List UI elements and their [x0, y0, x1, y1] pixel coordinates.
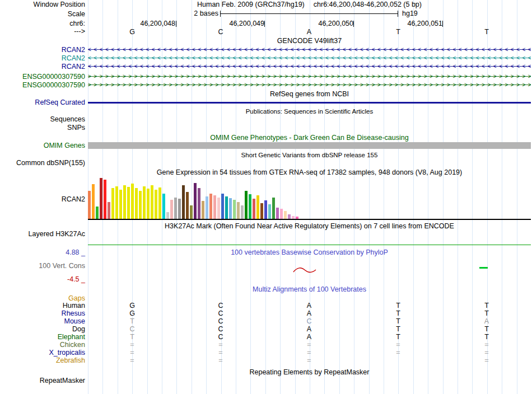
reference-base: A: [305, 28, 313, 36]
species-label-xtropicalis[interactable]: X_tropicalis: [0, 349, 85, 357]
reference-base: C: [217, 28, 225, 36]
gtex-tissue-bar: [233, 200, 236, 219]
gene-intron-arrows[interactable]: <<<<<<<<<<<<<<<<<<<<<<<<<<<<<<<<<<<<<<<<…: [88, 54, 531, 62]
window-position-label: Window Position: [0, 1, 85, 8]
gtex-tissue-bar: [280, 209, 283, 219]
gtex-tissue-bar: [284, 211, 287, 219]
alignment-base: C: [217, 309, 225, 317]
gene-intron-arrows[interactable]: <<<<<<<<<<<<<<<<<<<<<<<<<<<<<<<<<<<<<<<<…: [88, 46, 531, 53]
alignment-row-zebrafish: ====: [88, 357, 531, 364]
alignment-base: C: [217, 325, 225, 333]
gene-label-ensg[interactable]: ENSG00000307590: [0, 81, 85, 89]
gtex-tissue-bar: [151, 185, 153, 219]
alignment-base: T: [394, 333, 402, 341]
gene-intron-arrows[interactable]: >>>>>>>>>>>>>>>>>>>>>>>>>>>>>>>>>>>>>>>>…: [88, 81, 531, 88]
alignment-base: T: [394, 309, 402, 317]
track-title-refseq[interactable]: RefSeq genes from NCBI: [88, 90, 531, 98]
gtex-tissue-bar: [256, 195, 259, 219]
track-title-publications[interactable]: Publications: Sequences in Scientific Ar…: [88, 107, 531, 115]
scale-label: Scale: [0, 10, 85, 18]
species-label-elephant[interactable]: Elephant: [0, 333, 85, 341]
gtex-tissue-bar: [241, 205, 244, 219]
track-title-repeatmasker[interactable]: Repeating Elements by RepeatMasker: [88, 368, 531, 376]
gtex-tissue-bar: [225, 196, 228, 219]
gtex-expression-chart[interactable]: [88, 177, 298, 219]
gtex-tissue-bar: [155, 190, 157, 219]
track-label-sequences[interactable]: Sequences: [0, 115, 85, 123]
alignment-row-rhesus: GCATT: [88, 309, 531, 317]
alignment-base: =: [394, 349, 402, 357]
alignment-base: =: [217, 341, 225, 349]
gtex-tissue-bar: [268, 204, 271, 219]
alignment-base: =: [217, 349, 225, 357]
alignment-base: A: [305, 309, 313, 317]
species-label-mouse[interactable]: Mouse: [0, 317, 85, 325]
track-label-phylop[interactable]: 100 Vert. Cons: [0, 262, 85, 270]
alignment-base: T: [128, 317, 136, 325]
phylop-min-value: -4.5 _: [0, 275, 85, 283]
genome-browser-image: Window Position Human Feb. 2009 (GRCh37/…: [0, 0, 532, 394]
gtex-baseline: [88, 219, 531, 220]
gtex-tissue-bar: [104, 180, 106, 219]
track-label-repeatmasker[interactable]: RepeatMasker: [0, 377, 85, 384]
coordinate-label: 46,200,049: [208, 20, 264, 27]
gene-intron-arrows[interactable]: <<<<<<<<<<<<<<<<<<<<<<<<<<<<<<<<<<<<<<<<…: [88, 63, 531, 70]
track-title-gencode[interactable]: GENCODE V49lift37: [88, 37, 531, 45]
scale-value: 2 bases: [88, 10, 218, 17]
species-label-dog[interactable]: Dog: [0, 325, 85, 333]
track-title-dbsnp[interactable]: Short Genetic Variants from dbSNP releas…: [88, 151, 531, 159]
gtex-tissue-bar: [190, 205, 193, 219]
gtex-tissue-bar: [115, 186, 118, 219]
track-title-h3k27ac[interactable]: H3K27Ac Mark (Often Found Near Active Re…: [88, 222, 531, 230]
track-label-gtex-rcan2[interactable]: RCAN2: [0, 195, 85, 203]
alignment-base: C: [217, 317, 225, 325]
scale-bar: [220, 13, 398, 14]
gene-label-rcan2[interactable]: RCAN2: [0, 63, 85, 71]
gtex-tissue-bar: [158, 187, 161, 219]
species-label-zebrafish[interactable]: Zebrafish: [0, 357, 85, 364]
strand-label: --->: [0, 27, 85, 35]
gene-intron-arrows[interactable]: >>>>>>>>>>>>>>>>>>>>>>>>>>>>>>>>>>>>>>>>…: [88, 73, 531, 80]
gene-label-rcan2[interactable]: RCAN2: [0, 54, 85, 62]
track-title-omim[interactable]: OMIM Gene Phenotypes - Dark Green Can Be…: [88, 134, 531, 142]
reference-base: T: [394, 28, 402, 36]
track-label-omim-genes[interactable]: OMIM Genes: [0, 142, 85, 149]
gene-label-rcan2[interactable]: RCAN2: [0, 46, 85, 54]
h3k27ac-baseline: [88, 245, 531, 245]
gtex-tissue-bar: [213, 195, 216, 219]
gtex-tissue-bar: [92, 184, 95, 219]
alignment-base: =: [217, 357, 225, 364]
alignment-base: =: [128, 357, 136, 364]
track-title-phylop[interactable]: 100 vertebrates Basewise Conservation by…: [88, 248, 531, 256]
alignment-base: A: [483, 317, 491, 325]
omim-gene-bar[interactable]: [88, 142, 531, 149]
alignment-base: =: [305, 357, 313, 364]
alignment-base: T: [394, 325, 402, 333]
gtex-tissue-bar: [253, 199, 255, 219]
gtex-tissue-bar: [221, 194, 224, 219]
gene-label-ensg[interactable]: ENSG00000307590: [0, 73, 85, 81]
gtex-tissue-bar: [174, 198, 177, 219]
track-label-refseq-curated[interactable]: RefSeq Curated: [0, 98, 85, 106]
species-label-rhesus[interactable]: Rhesus: [0, 309, 85, 317]
track-title-multiz[interactable]: Multiz Alignments of 100 Vertebrates: [88, 285, 531, 293]
track-title-gtex[interactable]: Gene Expression in 54 tissues from GTEx …: [88, 168, 531, 176]
alignment-row-dog: CCATT: [88, 325, 531, 333]
gtex-tissue-bar: [217, 198, 220, 219]
gtex-tissue-bar: [96, 207, 99, 219]
track-label-snps[interactable]: SNPs: [0, 124, 85, 132]
gtex-tissue-bar: [202, 201, 204, 219]
alignment-row-mouse: TCCTA: [88, 317, 531, 325]
track-label-gaps[interactable]: Gaps: [0, 294, 85, 302]
alignment-base: C: [217, 302, 225, 309]
species-label-chicken[interactable]: Chicken: [0, 341, 85, 349]
track-label-h3k27ac[interactable]: Layered H3K27Ac: [0, 230, 85, 238]
refseq-gene-bar[interactable]: [88, 102, 531, 104]
coordinate-label: 46,200,050: [297, 20, 353, 27]
species-label-human[interactable]: Human: [0, 302, 85, 309]
gtex-tissue-bar: [119, 190, 122, 219]
alignment-base: T: [483, 302, 491, 309]
gtex-tissue-bar: [245, 191, 248, 219]
track-label-common-dbsnp[interactable]: Common dbSNP(155): [0, 159, 85, 167]
alignment-base: =: [394, 341, 402, 349]
